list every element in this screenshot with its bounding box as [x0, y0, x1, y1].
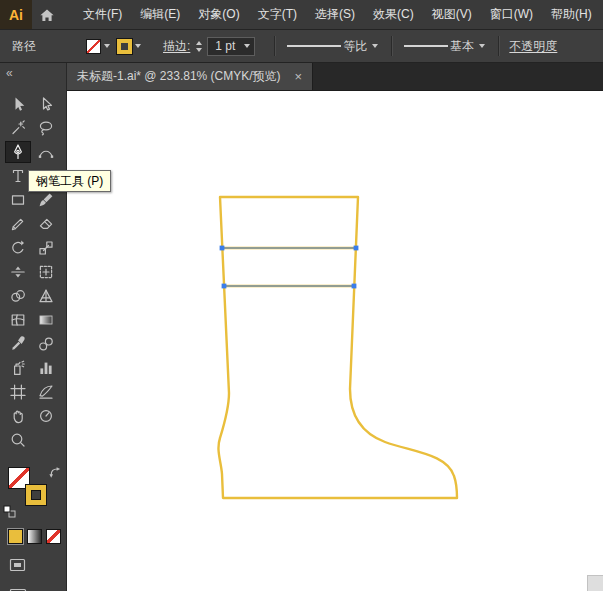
gradient-mode-button[interactable] — [27, 529, 42, 544]
brush-definition-label: 基本 — [450, 38, 474, 55]
selection-icon — [9, 95, 27, 113]
zoom-icon — [9, 431, 27, 449]
tool-shape-builder[interactable] — [5, 285, 31, 307]
tool-pen[interactable] — [5, 141, 31, 163]
menu-object[interactable]: 对象(O) — [189, 0, 248, 29]
scale-icon — [37, 239, 55, 257]
selected-line-2[interactable] — [222, 284, 357, 289]
menu-type[interactable]: 文字(T) — [249, 0, 306, 29]
tool-symbol-sprayer[interactable] — [5, 357, 31, 379]
menu-help[interactable]: 帮助(H) — [542, 0, 601, 29]
selected-line-1[interactable] — [220, 246, 359, 251]
tool-gradient[interactable] — [33, 309, 59, 331]
lasso-icon — [37, 119, 55, 137]
tool-slice[interactable] — [33, 381, 59, 403]
menu-window[interactable]: 窗口(W) — [481, 0, 542, 29]
tools-panel: « — [0, 63, 67, 591]
stepper-up-icon[interactable] — [196, 41, 202, 45]
fill-stroke-proxy — [0, 465, 66, 521]
width-profile-dropdown[interactable]: 等比 — [285, 36, 382, 56]
free-transform-icon — [37, 263, 55, 281]
menu-bar: Ai 文件(F) 编辑(E) 对象(O) 文字(T) 选择(S) 效果(C) 视… — [0, 0, 603, 30]
rectangle-icon — [9, 191, 27, 209]
width-profile-caret-icon[interactable] — [372, 44, 378, 48]
tool-eraser[interactable] — [33, 213, 59, 235]
tool-rectangle[interactable] — [5, 189, 31, 211]
anchor-point[interactable] — [222, 284, 227, 289]
swap-fill-stroke-icon[interactable] — [49, 466, 62, 478]
gradient-icon — [37, 311, 55, 329]
tool-lasso[interactable] — [33, 117, 59, 139]
tool-direct-selection[interactable] — [33, 93, 59, 115]
anchor-point[interactable] — [352, 284, 357, 289]
tool-perspective-grid[interactable] — [33, 285, 59, 307]
fill-color-swatch[interactable] — [86, 39, 101, 54]
stroke-color-swatch[interactable] — [117, 39, 132, 54]
color-mode-button[interactable] — [8, 529, 23, 544]
eyedropper-icon — [9, 335, 27, 353]
tool-eyedropper[interactable] — [5, 333, 31, 355]
menu-effect[interactable]: 效果(C) — [364, 0, 423, 29]
none-mode-button[interactable] — [46, 529, 61, 544]
tab-close-icon[interactable]: × — [295, 70, 303, 83]
selection-info-label: 路径 — [12, 38, 36, 55]
pen-tool-tooltip: 钢笔工具 (P) — [28, 170, 111, 192]
document-tab[interactable]: 未标题-1.ai* @ 233.81% (CMYK/预览) × — [67, 63, 313, 90]
fill-dropdown-caret-icon[interactable] — [104, 44, 110, 48]
menu-file[interactable]: 文件(F) — [74, 0, 131, 29]
artboard-canvas[interactable] — [67, 91, 603, 591]
home-icon[interactable] — [32, 0, 62, 29]
divider — [391, 36, 393, 56]
direct-selection-icon — [37, 95, 55, 113]
stroke-proxy-swatch[interactable] — [26, 485, 46, 505]
canvas-area[interactable] — [67, 91, 603, 591]
stroke-dropdown-caret-icon[interactable] — [135, 44, 141, 48]
stepper-down-icon[interactable] — [196, 48, 202, 52]
tool-mesh[interactable] — [5, 309, 31, 331]
stroke-weight-stepper[interactable] — [196, 41, 202, 52]
stroke-weight-field[interactable]: 1 pt — [207, 37, 255, 56]
tool-zoom[interactable] — [5, 429, 31, 451]
tool-free-transform[interactable] — [33, 261, 59, 283]
tool-curvature[interactable] — [33, 141, 59, 163]
home-house-icon — [39, 7, 55, 23]
drawing-mode-button[interactable] — [9, 558, 31, 572]
anchor-point[interactable] — [220, 246, 225, 251]
width-tool-icon — [9, 263, 27, 281]
tool-artboard[interactable] — [5, 381, 31, 403]
boot-outline-path[interactable] — [218, 197, 457, 498]
tool-paintbrush[interactable] — [33, 189, 59, 211]
width-profile-preview-icon — [287, 45, 341, 47]
tool-empty-slot — [33, 429, 59, 451]
mesh-icon — [9, 311, 27, 329]
tool-column-graph[interactable] — [33, 357, 59, 379]
menu-edit[interactable]: 编辑(E) — [131, 0, 189, 29]
brush-preview-icon — [404, 45, 448, 47]
brush-caret-icon[interactable] — [479, 44, 485, 48]
opacity-link[interactable]: 不透明度 — [509, 38, 557, 55]
collapse-toolbar-button[interactable]: « — [0, 63, 66, 82]
tool-rotate-view[interactable] — [33, 405, 59, 427]
tool-magic-wand[interactable] — [5, 117, 31, 139]
brush-definition-dropdown[interactable]: 基本 — [402, 36, 489, 56]
tool-selection[interactable] — [5, 93, 31, 115]
stroke-weight-caret-icon[interactable] — [244, 44, 250, 48]
tool-hand[interactable] — [5, 405, 31, 427]
hand-icon — [9, 407, 27, 425]
pen-icon — [9, 143, 27, 161]
anchor-point[interactable] — [354, 246, 359, 251]
tool-pencil[interactable] — [5, 213, 31, 235]
default-fill-stroke-icon[interactable] — [3, 505, 16, 518]
control-bar: 路径 描边: 1 pt 等比 基本 不透明度 — [0, 30, 603, 63]
symbol-sprayer-icon — [9, 359, 27, 377]
menu-view[interactable]: 视图(V) — [423, 0, 481, 29]
tool-scale[interactable] — [33, 237, 59, 259]
tool-rotate[interactable] — [5, 237, 31, 259]
rotate-icon — [9, 239, 27, 257]
stroke-panel-link[interactable]: 描边: — [163, 38, 190, 55]
tools-grid — [0, 93, 66, 451]
tool-blend[interactable] — [33, 333, 59, 355]
tool-width[interactable] — [5, 261, 31, 283]
menu-select[interactable]: 选择(S) — [306, 0, 364, 29]
perspective-grid-icon — [37, 287, 55, 305]
